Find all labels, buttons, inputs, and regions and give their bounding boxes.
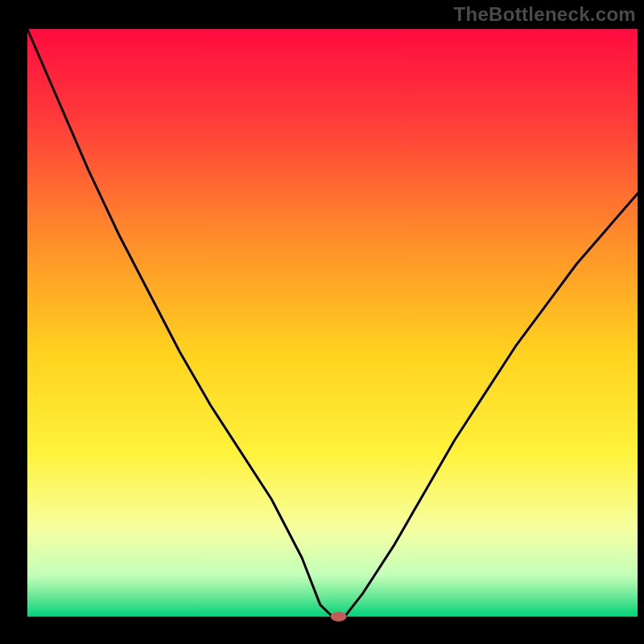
minimum-marker	[331, 612, 347, 621]
chart-frame: TheBottleneck.com	[0, 0, 644, 644]
bottleneck-chart	[0, 0, 644, 644]
plot-background	[27, 29, 638, 617]
